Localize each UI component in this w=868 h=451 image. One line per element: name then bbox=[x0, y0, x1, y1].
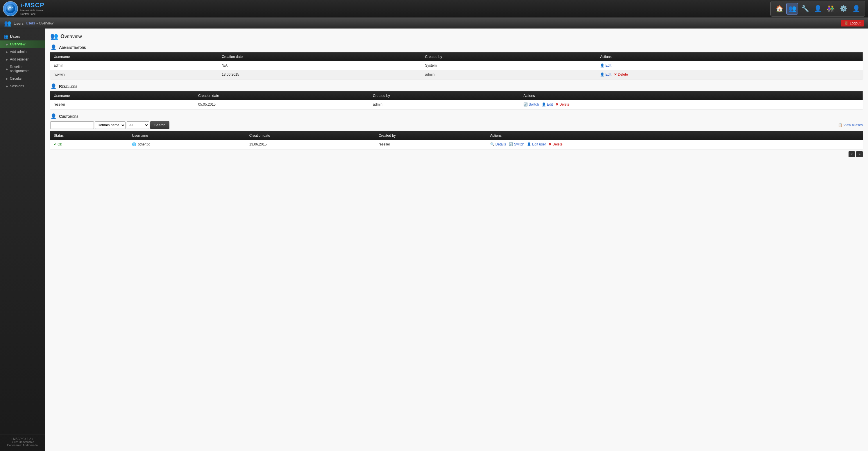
page-title-icon: 👥 bbox=[50, 33, 58, 40]
admin-created-by: System bbox=[422, 61, 597, 70]
edit-icon: 👤 bbox=[542, 103, 546, 107]
sidebar-item-label: Add admin bbox=[10, 50, 26, 54]
prev-page-button[interactable]: « bbox=[848, 151, 855, 157]
table-row: admin N/A System 👤 Edit bbox=[50, 61, 863, 70]
nav-users-icon[interactable]: 👥 bbox=[786, 3, 798, 15]
sidebar-item-add-admin[interactable]: ▶ Add admin bbox=[0, 48, 45, 56]
view-aliases-link[interactable]: 📋 View aliases bbox=[838, 123, 863, 127]
breadcrumb-current: Overview bbox=[39, 21, 54, 25]
reseller-col-created-by: Created by bbox=[369, 91, 520, 100]
customer-creation-date: 13.06.2015 bbox=[246, 140, 375, 149]
customer-col-status: Status bbox=[50, 131, 128, 140]
logout-button[interactable]: 🚪 Logout bbox=[841, 20, 864, 26]
sidebar-section: 👥 Users ▶ Overview ▶ Add admin ▶ Add res… bbox=[0, 31, 45, 92]
sidebar-item-add-reseller[interactable]: ▶ Add reseller bbox=[0, 56, 45, 63]
nav-home-icon[interactable]: 🏠 bbox=[774, 3, 785, 15]
edit-icon: 👤 bbox=[600, 63, 604, 67]
sidebar-header: 👥 Users bbox=[0, 33, 45, 40]
admin-creation-date: N/A bbox=[218, 61, 422, 70]
search-button[interactable]: Search bbox=[150, 121, 169, 129]
sidebar-item-label: Add reseller bbox=[10, 57, 29, 61]
status-ok-badge: ✔ Ok bbox=[54, 142, 125, 146]
admin-creation-date: 13.06.2015 bbox=[218, 70, 422, 79]
administrators-title: Administrators bbox=[59, 45, 86, 50]
sidebar-section-label: Users bbox=[10, 34, 20, 39]
customers-table-header-row: Status Username Creation date Created by… bbox=[50, 131, 863, 140]
resellers-table: Username Creation date Created by Action… bbox=[50, 91, 863, 109]
nav-customers-icon[interactable]: 👫 bbox=[825, 3, 836, 15]
arrow-icon: ▶ bbox=[6, 77, 8, 80]
delete-reseller-link[interactable]: ✖ Delete bbox=[556, 103, 569, 107]
reseller-actions: 🔄 Switch 👤 Edit ✖ Delete bbox=[520, 100, 863, 109]
domain-filter-select[interactable]: Domain name Username Email bbox=[95, 121, 126, 129]
edit-nuxwin-link[interactable]: 👤 Edit bbox=[600, 73, 611, 77]
details-customer-link[interactable]: 🔍 Details bbox=[490, 142, 506, 146]
reseller-username: reseller bbox=[50, 100, 195, 109]
logout-label: Logout bbox=[850, 21, 861, 25]
administrators-section-header: 👤 Administrators bbox=[50, 44, 863, 51]
administrators-table: Username Creation date Created by Action… bbox=[50, 52, 863, 79]
logo-text: i-MSCP internet Multi Server Control Pan… bbox=[20, 1, 44, 16]
arrow-icon: ▶ bbox=[6, 85, 8, 88]
sidebar-item-label: Circular bbox=[10, 77, 22, 81]
delete-nuxwin-link[interactable]: ✖ Delete bbox=[614, 73, 628, 77]
sidebar-item-reseller-assignments[interactable]: ▶ Reseller assignments bbox=[0, 63, 45, 75]
nav-tools-icon[interactable]: 🔧 bbox=[799, 3, 811, 15]
nav-settings-icon[interactable]: ⚙️ bbox=[837, 3, 849, 15]
sidebar-item-label: Sessions bbox=[10, 84, 24, 88]
switch-customer-link[interactable]: 🔄 Switch bbox=[509, 142, 524, 146]
reseller-col-username: Username bbox=[50, 91, 195, 100]
customer-created-by: reseller bbox=[375, 140, 487, 149]
sidebar-footer: i-MSCP Git 1.2.x Build: Unavailable Code… bbox=[0, 434, 45, 451]
status-filter-select[interactable]: All Ok Disabled bbox=[127, 121, 149, 129]
search-input[interactable] bbox=[50, 121, 94, 129]
switch-reseller-link[interactable]: 🔄 Switch bbox=[523, 103, 539, 107]
customer-username: 🌐 other.tld bbox=[128, 140, 246, 149]
edit-icon: 👤 bbox=[600, 73, 604, 77]
footer-line2: Build: Unavailable bbox=[3, 441, 42, 444]
topbar-users-icon: 👥 bbox=[4, 20, 11, 27]
admin-table-header-row: Username Creation date Created by Action… bbox=[50, 52, 863, 61]
search-bar-left: Domain name Username Email All Ok Disabl… bbox=[50, 121, 169, 129]
sidebar-item-sessions[interactable]: ▶ Sessions bbox=[0, 82, 45, 90]
checkmark-icon: ✔ bbox=[54, 142, 57, 146]
customer-section-icon: 👤 bbox=[50, 113, 57, 120]
nav-profile-icon[interactable]: 👤 bbox=[850, 3, 862, 15]
sidebar-item-overview[interactable]: ▶ Overview bbox=[0, 40, 45, 48]
sidebar-item-label: Overview bbox=[10, 42, 25, 46]
customer-actions: 🔍 Details 🔄 Switch 👤 Edit user ✖ Delete bbox=[487, 140, 863, 149]
brand-subtitle: internet Multi Server Control Panel bbox=[20, 9, 44, 16]
delete-icon: ✖ bbox=[556, 103, 559, 107]
admin-section-icon: 👤 bbox=[50, 44, 57, 51]
reseller-section-icon: 👤 bbox=[50, 83, 57, 90]
admin-created-by: admin bbox=[422, 70, 597, 79]
reseller-creation-date: 05.05.2015 bbox=[195, 100, 369, 109]
sidebar-item-circular[interactable]: ▶ Circular bbox=[0, 75, 45, 82]
aliases-icon: 📋 bbox=[838, 123, 842, 127]
nav-resellers-icon[interactable]: 👤 bbox=[812, 3, 824, 15]
table-row: ✔ Ok 🌐 other.tld 13.06.2015 reseller 🔍 D… bbox=[50, 140, 863, 149]
table-row: nuxwin 13.06.2015 admin 👤 Edit ✖ Delete bbox=[50, 70, 863, 79]
footer-line3: Codename: Andromeda bbox=[3, 444, 42, 447]
edit-user-customer-link[interactable]: 👤 Edit user bbox=[527, 142, 546, 146]
breadcrumb-home[interactable]: Users bbox=[26, 21, 35, 25]
details-icon: 🔍 bbox=[490, 142, 495, 146]
sidebar-item-label: Reseller assignments bbox=[10, 65, 41, 73]
customer-col-creation-date: Creation date bbox=[246, 131, 375, 140]
brand-name: i-MSCP bbox=[20, 1, 44, 9]
edit-admin-link[interactable]: 👤 Edit bbox=[600, 63, 611, 67]
page-title-area: 👥 Overview bbox=[50, 33, 863, 40]
logout-icon: 🚪 bbox=[844, 21, 848, 25]
edit-reseller-link[interactable]: 👤 Edit bbox=[542, 103, 553, 107]
resellers-section-header: 👤 Resellers bbox=[50, 83, 863, 90]
admin-col-actions: Actions bbox=[597, 52, 863, 61]
delete-icon: ✖ bbox=[549, 142, 552, 146]
main-content: 👥 Overview 👤 Administrators Username Cre… bbox=[45, 29, 868, 451]
domain-icon: 🌐 bbox=[132, 142, 136, 146]
next-page-button[interactable]: » bbox=[856, 151, 863, 157]
delete-customer-link[interactable]: ✖ Delete bbox=[549, 142, 563, 146]
customer-col-username: Username bbox=[128, 131, 246, 140]
customers-table: Status Username Creation date Created by… bbox=[50, 131, 863, 149]
sidebar: 👥 Users ▶ Overview ▶ Add admin ▶ Add res… bbox=[0, 29, 45, 451]
resellers-title: Resellers bbox=[59, 84, 77, 89]
